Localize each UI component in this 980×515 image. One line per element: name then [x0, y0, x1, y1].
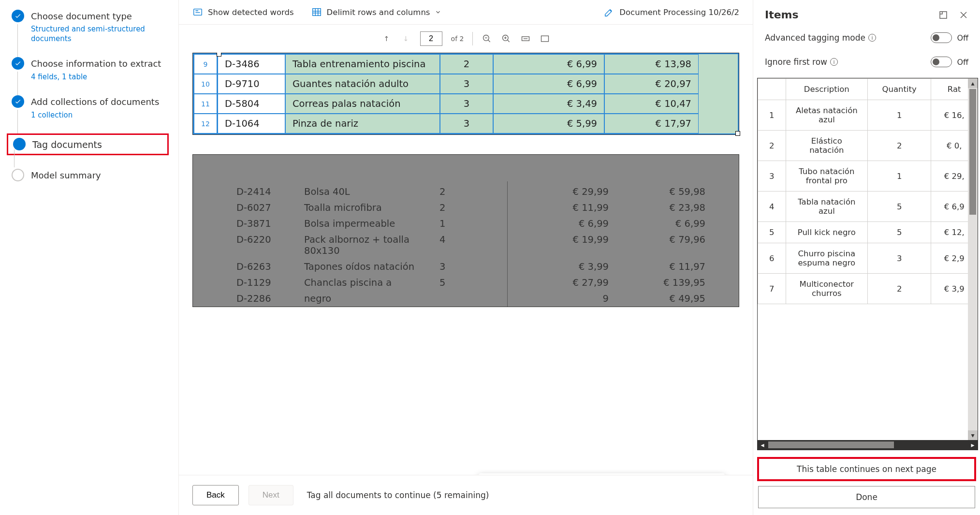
row-number-cell: 3: [758, 161, 786, 191]
description-cell[interactable]: Pinza de nariz: [285, 114, 440, 133]
step-title: Choose document type: [31, 11, 169, 22]
tagged-table-region[interactable]: 9D-3486Tabla entrenamiento piscina2€ 6,9…: [192, 53, 739, 135]
quantity-cell: 1: [439, 218, 488, 229]
table-row[interactable]: D-2286 negro 9 € 49,95: [236, 291, 695, 307]
table-row[interactable]: D-6263 Tapones oídos natación 3 € 3,99 €…: [236, 259, 695, 275]
document-name-button[interactable]: Document Processing 10/26/2: [604, 7, 739, 17]
scroll-down-icon[interactable]: ▾: [968, 430, 978, 440]
info-icon[interactable]: i: [868, 34, 876, 42]
table-row[interactable]: D-3871 Bolsa impermeable 1 € 6,99 € 6,99: [236, 216, 695, 232]
column-header-quantity[interactable]: Quantity: [868, 79, 931, 100]
total-cell[interactable]: € 10,47: [604, 94, 699, 114]
total-cell: € 79,96: [609, 234, 705, 256]
total-cell[interactable]: € 13,98: [604, 54, 699, 74]
info-icon[interactable]: i: [830, 58, 838, 66]
horizontal-scrollbar[interactable]: ◂ ▸: [758, 440, 978, 450]
quantity-cell[interactable]: 3: [440, 74, 493, 94]
resize-handle-icon[interactable]: [735, 131, 740, 136]
quantity-cell[interactable]: 2: [440, 54, 493, 74]
price-cell[interactable]: € 3,49: [493, 94, 604, 114]
scroll-left-icon[interactable]: ◂: [758, 440, 767, 450]
delimit-rows-columns-button[interactable]: Delimit rows and columns: [311, 7, 442, 17]
scroll-thumb[interactable]: [969, 89, 976, 215]
description-cell: Pull kick negro: [786, 222, 868, 243]
table-row[interactable]: 4 Tabla natación azul 5 € 6,9: [758, 191, 978, 222]
price-cell: € 6,99: [512, 218, 609, 229]
table-row[interactable]: 5 Pull kick negro 5 € 12,: [758, 222, 978, 243]
items-table[interactable]: Description Quantity Rat 1 Aletas nataci…: [758, 78, 978, 304]
zoom-in-button[interactable]: [501, 33, 512, 44]
step-title: Model summary: [31, 170, 101, 181]
table-continues-next-page-button[interactable]: This table continues on next page: [758, 458, 975, 480]
table-row[interactable]: D-2414 Bolsa 40L 2 € 29,99 € 59,98: [236, 184, 695, 200]
code-cell[interactable]: D-3486: [218, 54, 285, 74]
untagged-page-region[interactable]: D-2414 Bolsa 40L 2 € 29,99 € 59,98 D-602…: [192, 154, 739, 307]
page-down-button[interactable]: ↓: [401, 33, 411, 44]
step-choose-document-type[interactable]: Choose document type Structured and semi…: [12, 10, 169, 44]
table-row[interactable]: 3 Tubo natación frontal pro 1 € 29,: [758, 161, 978, 191]
total-cell: € 139,95: [609, 277, 705, 288]
scroll-right-icon[interactable]: ▸: [968, 440, 978, 450]
code-cell: D-6220: [236, 234, 304, 256]
step-choose-information[interactable]: Choose information to extract 4 fields, …: [12, 57, 169, 82]
price-cell: € 19,99: [512, 234, 609, 256]
show-detected-words-button[interactable]: Show detected words: [192, 7, 294, 17]
column-header-description[interactable]: Description: [786, 79, 868, 100]
document-canvas[interactable]: 9D-3486Tabla entrenamiento piscina2€ 6,9…: [179, 53, 753, 475]
row-number-cell: 5: [758, 222, 786, 243]
check-icon: [12, 57, 24, 70]
fit-width-button[interactable]: [520, 33, 531, 44]
step-title: Add collections of documents: [31, 96, 159, 107]
description-cell: negro: [304, 293, 439, 304]
code-cell[interactable]: D-5804: [218, 94, 285, 114]
description-cell: Pack albornoz + toalla 80x130: [304, 234, 439, 256]
step-tag-documents[interactable]: Tag documents: [7, 133, 169, 155]
table-row[interactable]: 7 Multiconector churros 2 € 3,9: [758, 274, 978, 304]
total-cell: € 6,99: [609, 218, 705, 229]
zoom-out-button[interactable]: [482, 33, 492, 44]
ignore-first-row-toggle[interactable]: Off: [931, 57, 968, 67]
back-button[interactable]: Back: [192, 485, 239, 505]
toggle-label: Advanced tagging mode: [765, 33, 865, 43]
vertical-scrollbar[interactable]: ▴ ▾: [968, 78, 978, 440]
scroll-thumb[interactable]: [768, 441, 894, 448]
description-cell[interactable]: Correas palas natación: [285, 94, 440, 114]
pending-dot-icon: [12, 169, 24, 181]
price-cell[interactable]: € 6,99: [493, 74, 604, 94]
step-model-summary[interactable]: Model summary: [12, 169, 169, 181]
close-icon[interactable]: [959, 10, 968, 20]
step-add-collections[interactable]: Add collections of documents 1 collectio…: [12, 95, 169, 120]
advanced-tagging-toggle[interactable]: Off: [931, 32, 968, 43]
step-subtitle: 4 fields, 1 table: [31, 73, 161, 82]
total-cell[interactable]: € 17,97: [604, 114, 699, 133]
code-cell: D-1129: [236, 277, 304, 288]
description-cell[interactable]: Guantes natación adulto: [285, 74, 440, 94]
quantity-cell[interactable]: 3: [440, 94, 493, 114]
table-row[interactable]: 2 Elástico natación 2 € 0,: [758, 131, 978, 161]
description-cell[interactable]: Tabla entrenamiento piscina: [285, 54, 440, 74]
scroll-up-icon[interactable]: ▴: [968, 78, 978, 88]
table-row[interactable]: D-1129 Chanclas piscina a 5 € 27,99 € 13…: [236, 275, 695, 291]
table-row[interactable]: D-6220 Pack albornoz + toalla 80x130 4 €…: [236, 232, 695, 259]
resize-handle-icon[interactable]: [217, 53, 221, 57]
code-cell[interactable]: D-1064: [218, 114, 285, 133]
label: Document Processing 10/26/2: [619, 8, 739, 17]
table-row[interactable]: D-6027 Toalla microfibra 2 € 11,99 € 23,…: [236, 200, 695, 216]
quantity-cell[interactable]: 3: [440, 114, 493, 133]
popout-icon[interactable]: [938, 10, 948, 20]
page-number-input[interactable]: [420, 31, 442, 46]
column-guide-line: [507, 181, 508, 307]
svg-rect-7: [940, 12, 947, 18]
code-cell[interactable]: D-9710: [218, 74, 285, 94]
page-up-button[interactable]: ↑: [381, 33, 392, 44]
price-cell[interactable]: € 6,99: [493, 54, 604, 74]
price-cell: € 3,99: [512, 261, 609, 272]
table-row[interactable]: 1 Aletas natación azul 1 € 16,: [758, 100, 978, 131]
table-row[interactable]: 6 Churro piscina espuma negro 3 € 2,9: [758, 243, 978, 274]
fullscreen-button[interactable]: [540, 33, 550, 44]
pencil-icon: [604, 7, 614, 17]
main-area: Show detected words Delimit rows and col…: [179, 0, 753, 515]
price-cell[interactable]: € 5,99: [493, 114, 604, 133]
done-button[interactable]: Done: [758, 486, 975, 508]
total-cell[interactable]: € 20,97: [604, 74, 699, 94]
